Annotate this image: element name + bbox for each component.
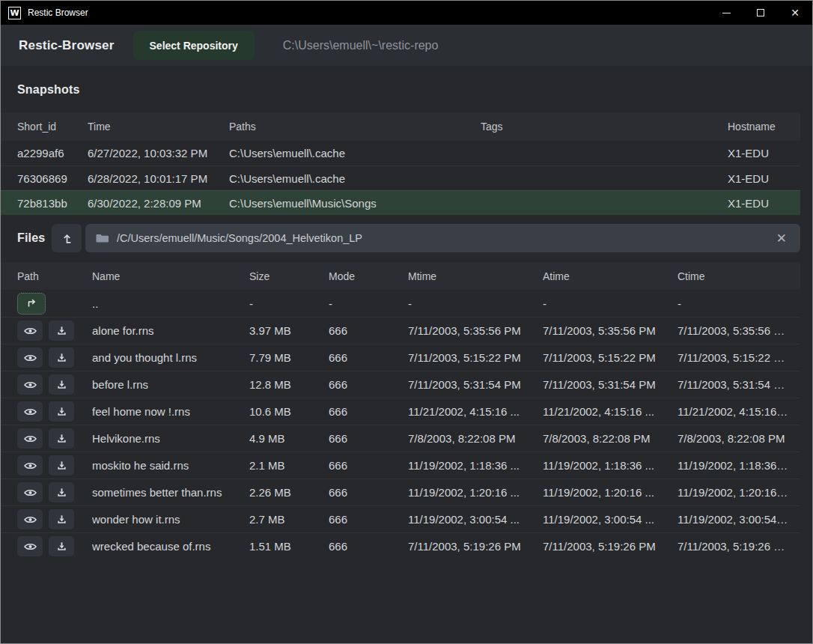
cell-atime: 11/19/2002, 1:20:16 ... xyxy=(543,486,678,499)
cell-mode: 666 xyxy=(329,459,408,472)
file-row[interactable]: wonder how it.rns 2.7 MB 666 11/19/2002,… xyxy=(1,505,800,532)
cell-size: 2.26 MB xyxy=(249,486,329,499)
eye-icon xyxy=(24,407,37,417)
files-header-row: Path Name Size Mode Mtime Atime Ctime xyxy=(1,262,800,290)
cell-name: and you thought l.rns xyxy=(92,351,249,364)
cell-atime: 11/19/2002, 1:18:36 ... xyxy=(543,459,678,472)
preview-button[interactable] xyxy=(17,401,43,422)
maximize-icon xyxy=(757,9,764,16)
cell-mode: 666 xyxy=(329,432,408,445)
cell-size: 12.8 MB xyxy=(249,378,329,391)
cell-short-id: a2299af6 xyxy=(17,147,88,160)
cell-mode: 666 xyxy=(329,513,408,526)
maximize-button[interactable] xyxy=(743,1,778,25)
clear-path-button[interactable]: ✕ xyxy=(773,231,790,246)
file-row[interactable]: wrecked because of.rns 1.51 MB 666 7/11/… xyxy=(1,532,800,559)
cell-name: sometimes better than.rns xyxy=(92,486,249,499)
file-path-value: /C/Users/emuell/Music/Songs/2004_Helveti… xyxy=(117,232,362,244)
cell-hostname: X1-EDU xyxy=(728,172,793,185)
download-button[interactable] xyxy=(49,455,74,476)
files-section-title: Files xyxy=(17,231,52,245)
download-button[interactable] xyxy=(49,428,74,449)
download-button[interactable] xyxy=(49,401,74,422)
preview-button[interactable] xyxy=(17,347,43,368)
app-window: W Restic Browser ✕ Restic-Browser Select… xyxy=(0,0,813,644)
file-row[interactable]: moskito he said.rns 2.1 MB 666 11/19/200… xyxy=(1,452,800,479)
download-button[interactable] xyxy=(49,482,74,502)
cell-name: .. xyxy=(92,297,249,310)
preview-button[interactable] xyxy=(17,509,43,529)
titlebar: W Restic Browser ✕ xyxy=(1,1,812,25)
repository-path: C:\Users\emuell\~\restic-repo xyxy=(283,39,439,52)
close-icon: ✕ xyxy=(776,231,787,246)
column-mode: Mode xyxy=(329,270,408,282)
preview-button[interactable] xyxy=(17,428,43,449)
cell-ctime: 7/8/2003, 8:22:08 PM xyxy=(678,432,797,445)
cell-time: 6/27/2022, 10:03:32 PM xyxy=(88,147,229,160)
file-path-bar[interactable]: /C/Users/emuell/Music/Songs/2004_Helveti… xyxy=(85,224,800,252)
cell-ctime: 7/11/2003, 5:19:26 PM xyxy=(678,540,797,553)
level-up-icon xyxy=(61,232,73,245)
close-button[interactable]: ✕ xyxy=(778,1,812,25)
select-repository-button[interactable]: Select Repository xyxy=(133,31,255,60)
files-toolbar: Files /C/Users/emuell/Music/Songs/2004_H… xyxy=(17,224,800,252)
column-paths: Paths xyxy=(229,121,481,133)
cell-short-id: 76306869 xyxy=(17,172,88,185)
folder-icon xyxy=(96,232,109,244)
cell-ctime: 7/11/2003, 5:15:22 PM xyxy=(678,351,797,364)
column-time: Time xyxy=(88,121,229,133)
cell-time: 6/28/2022, 10:01:17 PM xyxy=(88,172,229,185)
file-row[interactable]: alone for.rns 3.97 MB 666 7/11/2003, 5:3… xyxy=(1,317,800,344)
file-row[interactable]: sometimes better than.rns 2.26 MB 666 11… xyxy=(1,479,800,505)
cell-ctime: - xyxy=(678,297,797,310)
navigate-up-button[interactable] xyxy=(52,224,82,252)
subdir-arrow-icon xyxy=(25,297,37,309)
cell-size: - xyxy=(249,297,329,310)
cell-mtime: 7/8/2003, 8:22:08 PM xyxy=(408,432,543,445)
preview-button[interactable] xyxy=(17,321,43,341)
download-icon xyxy=(56,352,67,363)
cell-size: 2.1 MB xyxy=(249,459,329,472)
minimize-button[interactable] xyxy=(709,1,743,25)
empty-area xyxy=(1,559,812,643)
file-row[interactable]: before l.rns 12.8 MB 666 7/11/2003, 5:31… xyxy=(1,371,800,398)
cell-atime: 7/8/2003, 8:22:08 PM xyxy=(543,432,678,445)
cell-ctime: 11/19/2002, 1:18:36 ... xyxy=(678,459,797,472)
download-button[interactable] xyxy=(49,347,74,368)
cell-mtime: 7/11/2003, 5:19:26 PM xyxy=(408,540,543,553)
window-controls: ✕ xyxy=(709,1,812,25)
preview-button[interactable] xyxy=(17,374,43,395)
download-icon xyxy=(56,406,67,417)
file-row[interactable]: feel home now !.rns 10.6 MB 666 11/21/20… xyxy=(1,398,800,425)
cell-ctime: 11/19/2002, 1:20:16 ... xyxy=(678,486,797,499)
snapshot-row-selected[interactable]: 72b813bb 6/30/2022, 2:28:09 PM C:\Users\… xyxy=(1,190,800,215)
cell-mode: 666 xyxy=(329,351,408,364)
parent-dir-row[interactable]: .. - - - - - xyxy=(1,290,800,317)
cell-atime: 11/21/2002, 4:15:16 ... xyxy=(543,405,678,418)
file-row[interactable]: Helvikone.rns 4.9 MB 666 7/8/2003, 8:22:… xyxy=(1,425,800,452)
snapshot-row[interactable]: a2299af6 6/27/2022, 10:03:32 PM C:\Users… xyxy=(1,141,800,165)
download-button[interactable] xyxy=(49,321,74,341)
download-button[interactable] xyxy=(49,536,74,556)
cell-hostname: X1-EDU xyxy=(728,197,793,210)
download-button[interactable] xyxy=(49,509,74,529)
cell-short-id: 72b813bb xyxy=(17,197,88,210)
parent-dir-button[interactable] xyxy=(17,293,46,315)
file-row[interactable]: and you thought l.rns 7.79 MB 666 7/11/2… xyxy=(1,344,800,371)
download-icon xyxy=(56,379,67,390)
cell-size: 3.97 MB xyxy=(249,324,329,337)
preview-button[interactable] xyxy=(17,455,43,476)
snapshot-row[interactable]: 76306869 6/28/2022, 10:01:17 PM C:\Users… xyxy=(1,165,800,190)
cell-name: wonder how it.rns xyxy=(92,513,249,526)
cell-mode: 666 xyxy=(329,540,408,553)
preview-button[interactable] xyxy=(17,536,43,556)
column-tags: Tags xyxy=(481,121,728,133)
cell-atime: 7/11/2003, 5:19:26 PM xyxy=(543,540,678,553)
preview-button[interactable] xyxy=(17,482,43,502)
cell-mtime: 11/19/2002, 1:18:36 ... xyxy=(408,459,543,472)
download-button[interactable] xyxy=(49,374,74,395)
cell-name: before l.rns xyxy=(92,378,249,391)
cell-name: Helvikone.rns xyxy=(92,432,249,445)
column-hostname: Hostname xyxy=(728,121,793,133)
cell-size: 4.9 MB xyxy=(249,432,329,445)
